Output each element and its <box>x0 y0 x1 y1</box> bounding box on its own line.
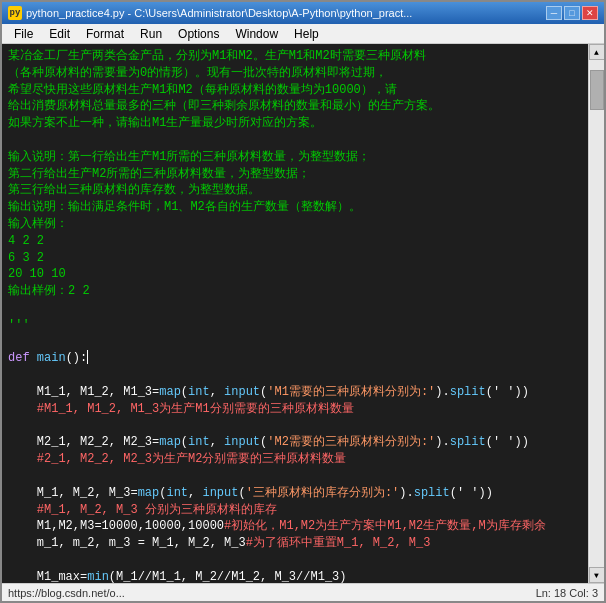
code-line: m_1, m_2, m_3 = M_1, M_2, M_3#为了循环中重置M_1… <box>8 535 582 552</box>
code-line: 4 2 2 <box>8 233 582 250</box>
code-line: 输入样例： <box>8 216 582 233</box>
code-line: 给出消费原材料总量最多的三种（即三种剩余原材料的数量和最小）的生产方案。 <box>8 98 582 115</box>
code-line <box>8 300 582 317</box>
code-line: 第二行给出生产M2所需的三种原材料数量，为整型数据； <box>8 166 582 183</box>
code-line <box>8 334 582 351</box>
code-line: M1,M2,M3=10000,10000,10000#初始化，M1,M2为生产方… <box>8 518 582 535</box>
menu-edit[interactable]: Edit <box>41 26 78 42</box>
main-window: py python_practice4.py - C:\Users\Admini… <box>0 0 606 603</box>
app-icon: py <box>8 6 22 20</box>
menu-file[interactable]: File <box>6 26 41 42</box>
code-line: 第三行给出三种原材料的库存数，为整型数据。 <box>8 182 582 199</box>
code-line: 输出样例：2 2 <box>8 283 582 300</box>
code-line: M1_1, M1_2, M1_3=map(int, input('M1需要的三种… <box>8 384 582 401</box>
code-line: 20 10 10 <box>8 266 582 283</box>
title-bar-left: py python_practice4.py - C:\Users\Admini… <box>8 6 412 20</box>
close-button[interactable]: ✕ <box>582 6 598 20</box>
status-url: https://blog.csdn.net/o... <box>8 587 125 599</box>
minimize-button[interactable]: ─ <box>546 6 562 20</box>
code-line: 输入说明：第一行给出生产M1所需的三种原材料数量，为整型数据； <box>8 149 582 166</box>
code-line: （各种原材料的需要量为0的情形）。现有一批次特的原材料即将过期， <box>8 65 582 82</box>
window-controls: ─ □ ✕ <box>546 6 598 20</box>
menu-help[interactable]: Help <box>286 26 327 42</box>
code-editor[interactable]: 某冶金工厂生产两类合金产品，分别为M1和M2。生产M1和M2时需要三种原材料 （… <box>2 44 588 583</box>
code-line: #M_1, M_2, M_3 分别为三种原材料的库存 <box>8 502 582 519</box>
code-line: M2_1, M2_2, M2_3=map(int, input('M2需要的三种… <box>8 434 582 451</box>
window-title: python_practice4.py - C:\Users\Administr… <box>26 7 412 19</box>
vertical-scrollbar[interactable]: ▲ ▼ <box>588 44 604 583</box>
editor-area: 某冶金工厂生产两类合金产品，分别为M1和M2。生产M1和M2时需要三种原材料 （… <box>2 44 604 583</box>
menu-run[interactable]: Run <box>132 26 170 42</box>
title-bar: py python_practice4.py - C:\Users\Admini… <box>2 2 604 24</box>
code-line: 输出说明：输出满足条件时，M1、M2各自的生产数量（整数解）。 <box>8 199 582 216</box>
menu-options[interactable]: Options <box>170 26 227 42</box>
code-line: 如果方案不止一种，请输出M1生产量最少时所对应的方案。 <box>8 115 582 132</box>
menu-bar: File Edit Format Run Options Window Help <box>2 24 604 44</box>
code-line: 希望尽快用这些原材料生产M1和M2（每种原材料的数量均为10000），请 <box>8 82 582 99</box>
code-line <box>8 367 582 384</box>
scroll-up-arrow[interactable]: ▲ <box>589 44 605 60</box>
code-line: M_1, M_2, M_3=map(int, input('三种原材料的库存分别… <box>8 485 582 502</box>
code-line: 某冶金工厂生产两类合金产品，分别为M1和M2。生产M1和M2时需要三种原材料 <box>8 48 582 65</box>
code-line <box>8 552 582 569</box>
code-line: #2_1, M2_2, M2_3为生产M2分别需要的三种原材料数量 <box>8 451 582 468</box>
scroll-down-arrow[interactable]: ▼ <box>589 567 605 583</box>
cursor-position: Ln: 18 Col: 3 <box>536 587 598 599</box>
code-line: def main(): <box>8 350 582 367</box>
code-line: 6 3 2 <box>8 250 582 267</box>
menu-format[interactable]: Format <box>78 26 132 42</box>
status-bar: https://blog.csdn.net/o... Ln: 18 Col: 3 <box>2 583 604 601</box>
scroll-thumb[interactable] <box>590 70 604 110</box>
code-line <box>8 468 582 485</box>
code-line <box>8 132 582 149</box>
maximize-button[interactable]: □ <box>564 6 580 20</box>
code-line: M1_max=min(M_1//M1_1, M_2//M1_2, M_3//M1… <box>8 569 582 583</box>
code-line: #M1_1, M1_2, M1_3为生产M1分别需要的三种原材料数量 <box>8 401 582 418</box>
code-line <box>8 418 582 435</box>
menu-window[interactable]: Window <box>227 26 286 42</box>
code-line: ''' <box>8 317 582 334</box>
scroll-track[interactable] <box>590 60 604 567</box>
